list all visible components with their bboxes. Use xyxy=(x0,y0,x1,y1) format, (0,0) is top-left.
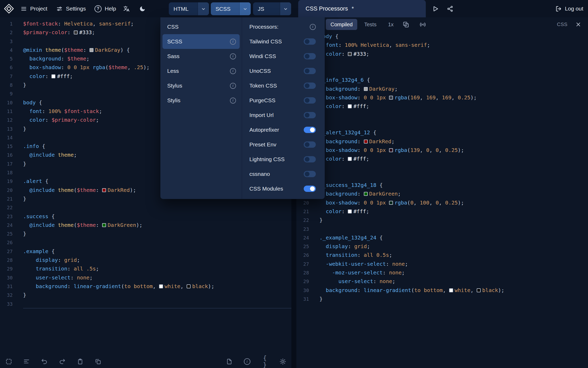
color-swatch[interactable] xyxy=(90,48,93,52)
info-icon[interactable]: i xyxy=(230,68,236,74)
help-menu[interactable]: ? Help xyxy=(94,0,116,17)
processor-toggle-tailwind-css[interactable] xyxy=(304,38,316,45)
info-icon[interactable]: i xyxy=(230,53,236,59)
app-logo-icon[interactable] xyxy=(4,3,14,14)
color-swatch[interactable] xyxy=(348,104,352,108)
language-option-css[interactable]: CSS xyxy=(162,19,240,34)
snippets-button[interactable]: { } xyxy=(260,356,270,366)
format-button[interactable] xyxy=(22,356,32,366)
code-line[interactable]: 24 @include theme($theme: DarkGreen); xyxy=(0,221,291,229)
color-swatch[interactable] xyxy=(74,30,78,34)
info-icon[interactable]: i xyxy=(230,39,236,45)
color-swatch[interactable] xyxy=(389,201,393,205)
color-swatch[interactable] xyxy=(348,52,352,56)
chevron-down-icon[interactable] xyxy=(239,2,251,15)
language-option-less[interactable]: Lessi xyxy=(162,64,240,78)
processor-toggle-cssnano[interactable] xyxy=(304,171,316,177)
theme-moon-icon[interactable] xyxy=(139,0,146,17)
project-menu[interactable]: Project xyxy=(20,0,47,17)
code-line[interactable]: 27.example { xyxy=(0,247,291,256)
code-text[interactable] xyxy=(23,300,291,308)
run-play-icon[interactable] xyxy=(432,0,439,17)
processor-toggle-import-url[interactable] xyxy=(304,112,316,118)
editor-settings-button[interactable] xyxy=(278,356,288,366)
color-swatch[interactable] xyxy=(102,223,106,227)
line-number: 23 xyxy=(296,225,309,233)
info-icon[interactable]: i xyxy=(230,98,236,104)
color-swatch[interactable] xyxy=(348,209,352,213)
color-swatch[interactable] xyxy=(102,188,106,192)
color-swatch[interactable] xyxy=(364,140,368,144)
popout-button[interactable] xyxy=(401,20,410,29)
code-text[interactable] xyxy=(23,238,291,247)
code-text[interactable]: transition: all .5s; xyxy=(23,264,291,273)
code-line[interactable]: 25} xyxy=(0,229,291,238)
language-option-scss[interactable]: SCSSi xyxy=(162,34,240,49)
processor-toggle-token-css[interactable] xyxy=(304,83,316,89)
code-line[interactable]: 30 user-select: none; xyxy=(0,273,291,282)
undo-button[interactable] xyxy=(39,356,49,366)
project-tab[interactable]: CSS Processors * xyxy=(298,0,426,17)
redo-button[interactable] xyxy=(57,356,67,366)
processor-toggle-unocss[interactable] xyxy=(304,68,316,74)
zoom-level[interactable]: 1x xyxy=(388,22,393,28)
code-line[interactable]: 28 display: grid; xyxy=(0,256,291,264)
logout-button[interactable]: Log out xyxy=(555,0,583,17)
js-language-selector[interactable]: JS xyxy=(253,2,291,15)
settings-menu[interactable]: Settings xyxy=(56,0,86,17)
color-swatch[interactable] xyxy=(364,87,368,91)
paste-button[interactable] xyxy=(75,356,85,366)
processor-toggle-purgecss[interactable] xyxy=(304,97,316,104)
tab-tests[interactable]: Tests xyxy=(359,19,381,30)
processor-toggle-lightning-css[interactable] xyxy=(304,156,316,162)
code-text[interactable]: @include theme($theme: DarkGreen); xyxy=(23,221,291,229)
color-swatch[interactable] xyxy=(348,157,352,161)
code-text[interactable]: } xyxy=(23,229,291,238)
info-button[interactable]: i xyxy=(242,356,252,366)
color-swatch[interactable] xyxy=(477,288,481,292)
processor-toggle-preset-env[interactable] xyxy=(304,141,316,148)
share-icon[interactable] xyxy=(447,0,453,17)
processor-toggle-autoprefixer[interactable] xyxy=(304,127,316,133)
info-icon[interactable]: i xyxy=(230,83,236,89)
code-text[interactable]: .example { xyxy=(23,247,291,256)
code-line[interactable]: 29 transition: all .5s; xyxy=(0,264,291,273)
code-line[interactable]: 22 xyxy=(0,203,291,212)
info-icon[interactable]: i xyxy=(310,24,316,30)
processor-toggle-css-modules[interactable] xyxy=(304,186,316,192)
code-line[interactable]: 31 background: linear-gradient(to bottom… xyxy=(0,282,291,291)
selection-button[interactable] xyxy=(4,356,14,366)
color-swatch[interactable] xyxy=(389,96,393,100)
file-button[interactable] xyxy=(224,356,234,366)
language-option-sass[interactable]: Sassi xyxy=(162,49,240,64)
color-swatch[interactable] xyxy=(449,288,453,292)
color-swatch[interactable] xyxy=(364,192,368,196)
color-swatch[interactable] xyxy=(51,74,55,78)
color-swatch[interactable] xyxy=(187,284,191,288)
code-text[interactable]: background: linear-gradient(to bottom, w… xyxy=(23,282,291,291)
chevron-down-icon[interactable] xyxy=(198,2,209,15)
color-swatch[interactable] xyxy=(389,148,393,152)
copy-button[interactable] xyxy=(93,356,103,366)
close-output-button[interactable] xyxy=(574,20,583,29)
css-language-selector[interactable]: SCSS xyxy=(211,2,251,15)
live-reload-button[interactable] xyxy=(418,20,427,29)
code-text[interactable] xyxy=(23,203,291,212)
html-language-selector[interactable]: HTML xyxy=(169,2,209,15)
code-text[interactable]: .success { xyxy=(23,212,291,221)
language-option-stylus[interactable]: Stylusi xyxy=(162,78,240,93)
code-text[interactable]: } xyxy=(23,291,291,299)
translate-icon[interactable] xyxy=(123,0,130,17)
code-text[interactable]: user-select: none; xyxy=(23,273,291,282)
tab-compiled[interactable]: Compiled xyxy=(326,19,357,30)
code-line[interactable]: 32} xyxy=(0,291,291,299)
code-line[interactable]: 23.success { xyxy=(0,212,291,221)
code-line[interactable]: 33 xyxy=(0,300,291,308)
code-text: box-shadow: 0 0 1px rgba(169, 169, 169, … xyxy=(319,93,588,102)
code-line[interactable]: 26 xyxy=(0,238,291,247)
language-option-stylis[interactable]: Stylisi xyxy=(162,93,240,108)
chevron-down-icon[interactable] xyxy=(280,2,291,15)
code-text[interactable]: display: grid; xyxy=(23,256,291,264)
color-swatch[interactable] xyxy=(159,284,163,288)
processor-toggle-windi-css[interactable] xyxy=(304,53,316,59)
